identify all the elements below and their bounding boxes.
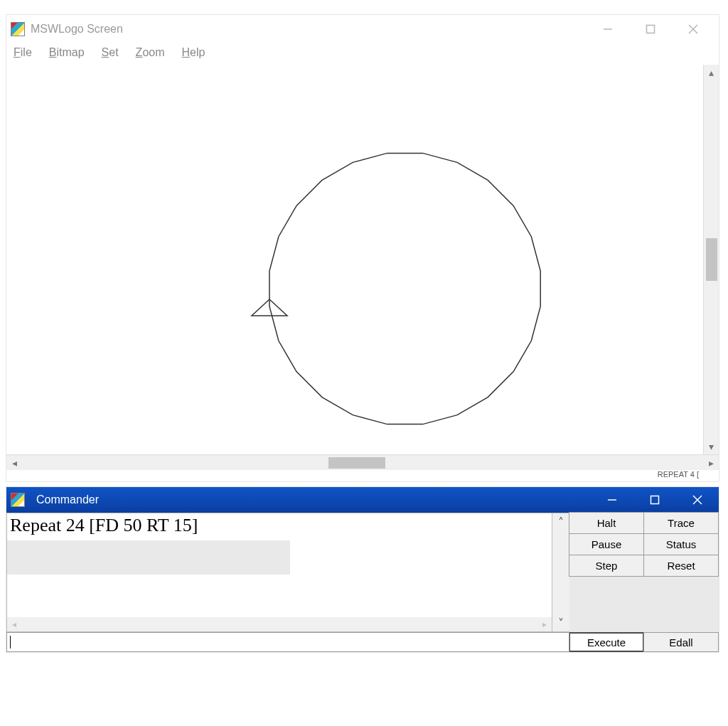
- scroll-down-icon[interactable]: ▾: [704, 439, 719, 454]
- main-titlebar[interactable]: MSWLogo Screen: [6, 15, 719, 43]
- scroll-right-icon[interactable]: ▸: [537, 619, 552, 629]
- mswlogo-main-window: MSWLogo Screen File Bitmap Set Zoom Help: [6, 14, 719, 482]
- reset-button[interactable]: Reset: [643, 555, 719, 577]
- close-button[interactable]: [672, 15, 714, 43]
- v-scroll-thumb[interactable]: [706, 238, 717, 281]
- scroll-right-icon[interactable]: ▸: [703, 455, 719, 471]
- h-scroll-thumb[interactable]: [328, 457, 385, 469]
- menu-help[interactable]: Help: [182, 46, 205, 59]
- canvas-container: ▴ ▾: [6, 65, 719, 454]
- commander-input-row: Execute Edall: [6, 632, 719, 652]
- history-highlight: [7, 540, 290, 575]
- scroll-up-icon[interactable]: ▴: [704, 65, 719, 80]
- minimize-button[interactable]: [587, 15, 629, 43]
- commander-button-panel: Halt Trace Pause Status Step Reset: [569, 513, 719, 632]
- maximize-button[interactable]: [629, 15, 672, 43]
- drawing-canvas[interactable]: [6, 65, 703, 454]
- close-button[interactable]: [676, 487, 719, 513]
- menu-file[interactable]: File: [14, 46, 32, 59]
- partial-command-text: REPEAT 4 [: [6, 470, 719, 481]
- menu-zoom[interactable]: Zoom: [136, 46, 165, 59]
- svg-rect-7: [651, 496, 659, 504]
- scroll-left-icon[interactable]: ◂: [6, 455, 22, 471]
- scroll-up-icon[interactable]: ˄: [552, 513, 569, 530]
- svg-rect-1: [647, 26, 655, 33]
- turtle-drawing: [6, 65, 703, 454]
- step-button[interactable]: Step: [569, 555, 644, 577]
- commander-title: Commander: [36, 493, 99, 506]
- main-window-controls: [587, 15, 714, 43]
- trace-button[interactable]: Trace: [643, 512, 719, 534]
- history-line: Repeat 24 [FD 50 RT 15]: [7, 513, 552, 538]
- execute-button[interactable]: Execute: [569, 632, 644, 652]
- canvas-horizontal-scrollbar[interactable]: ◂ ▸: [6, 454, 719, 470]
- app-icon: [11, 493, 25, 507]
- commander-body: Repeat 24 [FD 50 RT 15] ◂ ▸ ˄ ˅ Halt Tra…: [6, 513, 719, 632]
- edall-button[interactable]: Edall: [643, 632, 719, 652]
- halt-button[interactable]: Halt: [569, 512, 644, 534]
- app-title: MSWLogo Screen: [31, 23, 123, 36]
- menubar: File Bitmap Set Zoom Help: [6, 43, 719, 65]
- commander-titlebar[interactable]: Commander: [6, 487, 719, 513]
- commander-window: Commander Repeat 24 [FD 50 RT 15] ◂ ▸ ˄: [6, 486, 719, 653]
- scroll-left-icon[interactable]: ◂: [7, 619, 21, 629]
- pause-button[interactable]: Pause: [569, 533, 644, 555]
- status-button[interactable]: Status: [643, 533, 719, 555]
- history-vertical-scrollbar[interactable]: ˄ ˅: [552, 513, 569, 632]
- text-caret: [10, 636, 11, 648]
- svg-marker-4: [269, 153, 540, 424]
- menu-set[interactable]: Set: [102, 46, 119, 59]
- command-history[interactable]: Repeat 24 [FD 50 RT 15] ◂ ▸: [6, 513, 552, 632]
- command-input[interactable]: [6, 632, 569, 652]
- app-icon: [11, 22, 25, 36]
- minimize-button[interactable]: [591, 487, 633, 513]
- scroll-down-icon[interactable]: ˅: [552, 614, 569, 631]
- history-horizontal-scrollbar[interactable]: ◂ ▸: [7, 617, 552, 631]
- canvas-vertical-scrollbar[interactable]: ▴ ▾: [703, 65, 719, 454]
- commander-window-controls: [591, 487, 719, 513]
- menu-bitmap[interactable]: Bitmap: [49, 46, 85, 59]
- maximize-button[interactable]: [633, 487, 676, 513]
